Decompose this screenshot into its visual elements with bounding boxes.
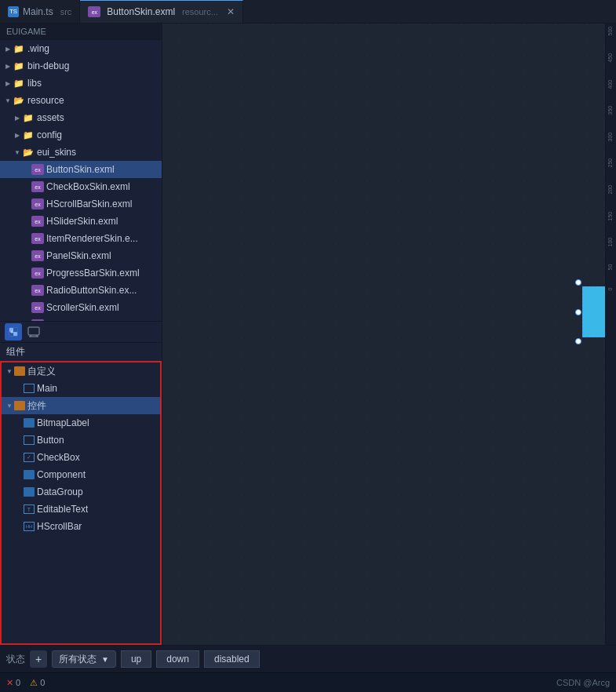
exml-icon-CheckBoxSkin: ex xyxy=(31,181,44,192)
comp-item-custom[interactable]: 自定义 xyxy=(2,362,160,380)
arrow-eui_skins xyxy=(13,148,22,157)
arrow-libs xyxy=(3,78,13,88)
comp-icon-Component xyxy=(24,470,35,479)
tab-label: ButtonSkin.exml xyxy=(107,6,175,17)
tab-sublabel: resourc... xyxy=(182,7,218,16)
tree-item-PanelSkin[interactable]: ex PanelSkin.exml xyxy=(0,247,162,264)
export-component-button[interactable] xyxy=(25,323,42,341)
status-tab-up[interactable]: up xyxy=(121,650,151,668)
add-component-button[interactable]: + xyxy=(5,323,22,341)
label-eui_skins: eui_skins xyxy=(37,147,76,158)
canvas-area[interactable]: 0 50 100 150 200 250 300 350 400 450 500 xyxy=(162,24,616,645)
comp-item-Button[interactable]: Button xyxy=(2,432,160,449)
comp-item-DataGroup[interactable]: DataGroup xyxy=(2,483,160,501)
arrow-bin-debug xyxy=(3,61,13,71)
arrow-config xyxy=(13,130,22,140)
arrow-assets xyxy=(13,113,22,122)
comp-icon-Button xyxy=(24,435,35,445)
exml-icon-RadioButtonSkin: ex xyxy=(31,285,44,296)
handle-tl[interactable] xyxy=(575,279,581,286)
tab-main-ts[interactable]: TS Main.ts src xyxy=(0,0,80,23)
label-RadioButtonSkin: RadioButtonSkin.ex... xyxy=(46,285,137,296)
label-ScrollerSkin: ScrollerSkin.exml xyxy=(46,302,119,313)
comp-item-CheckBox[interactable]: ✓ CheckBox xyxy=(2,449,160,466)
folder-icon-bin-debug xyxy=(13,60,25,71)
label-ProgressBarSkin: ProgressBarSkin.exml xyxy=(46,268,140,279)
exml-icon: ex xyxy=(88,6,100,17)
folder-icon-custom xyxy=(14,366,25,376)
component-toolbar: + xyxy=(0,321,162,343)
svg-rect-6 xyxy=(28,327,39,335)
label-CheckBoxSkin: CheckBoxSkin.exml xyxy=(46,181,130,192)
file-tabs: TS Main.ts src ex ButtonSkin.exml resour… xyxy=(0,0,616,24)
tree-item-bin-debug[interactable]: bin-debug xyxy=(0,57,162,75)
tree-item-resource[interactable]: resource xyxy=(0,92,162,109)
folder-icon-wing xyxy=(13,43,25,54)
svg-rect-11 xyxy=(162,24,616,645)
svg-text:+: + xyxy=(10,329,14,336)
tree-item-ButtonSkin[interactable]: ex ButtonSkin.exml xyxy=(0,161,162,178)
comp-icon-CheckBox: ✓ xyxy=(24,453,35,462)
tree-item-libs[interactable]: libs xyxy=(0,75,162,92)
label-ItemRendererSkin: ItemRendererSkin.e... xyxy=(46,233,138,244)
status-add-button[interactable]: + xyxy=(30,650,47,668)
tree-item-ItemRendererSkin[interactable]: ex ItemRendererSkin.e... xyxy=(0,230,162,247)
comp-item-Component[interactable]: Component xyxy=(2,466,160,483)
label-PanelSkin: PanelSkin.exml xyxy=(46,250,111,261)
exml-icon-ItemRendererSkin: ex xyxy=(31,233,44,244)
tree-item-ScrollerSkin[interactable]: ex ScrollerSkin.exml xyxy=(0,299,162,316)
tree-item-RadioButtonSkin[interactable]: ex RadioButtonSkin.ex... xyxy=(0,282,162,299)
status-label: 状态 xyxy=(6,653,25,666)
label-HScrollBarSkin: HScrollBarSkin.exml xyxy=(46,198,132,209)
folder-icon-eui_skins xyxy=(22,147,35,158)
file-tree[interactable]: .wing bin-debug libs resource xyxy=(0,40,162,321)
footer-warnings[interactable]: ⚠ 0 xyxy=(30,678,45,688)
comp-item-controls[interactable]: 控件 xyxy=(2,397,160,414)
tree-item-wing[interactable]: .wing xyxy=(0,40,162,57)
label-Button: Button xyxy=(37,435,64,446)
comp-item-BitmapLabel[interactable]: BitmapLabel xyxy=(2,414,160,432)
status-tab-down[interactable]: down xyxy=(156,650,199,668)
handle-ml[interactable] xyxy=(575,309,581,315)
tree-item-assets[interactable]: assets xyxy=(0,109,162,126)
tree-item-config[interactable]: config xyxy=(0,126,162,144)
footer-branding: CSDN @Arcg xyxy=(556,678,610,687)
error-icon: ✕ xyxy=(6,678,13,688)
label-libs: libs xyxy=(27,78,42,89)
status-all-states-dropdown[interactable]: 所有状态 ▼ xyxy=(52,650,116,668)
component-tree[interactable]: 自定义 Main 控件 BitmapLabel xyxy=(0,361,162,645)
folder-icon-assets xyxy=(22,112,35,123)
chevron-down-icon: ▼ xyxy=(101,655,109,664)
exml-icon-HSliderSkin: ex xyxy=(31,216,44,227)
svg-rect-2 xyxy=(13,332,17,336)
exml-icon-ButtonSkin: ex xyxy=(31,164,44,175)
label-CheckBox: CheckBox xyxy=(37,452,80,463)
label-custom: 自定义 xyxy=(27,365,56,378)
status-tab-disabled[interactable]: disabled xyxy=(204,650,260,668)
label-controls: 控件 xyxy=(27,399,46,413)
canvas-grid xyxy=(162,24,616,645)
comp-item-main[interactable]: Main xyxy=(2,380,160,397)
sidebar-section-title: EUIGAME xyxy=(0,24,162,40)
tree-item-ProgressBarSkin[interactable]: ex ProgressBarSkin.exml xyxy=(0,264,162,282)
comp-item-EditableText[interactable]: T EditableText xyxy=(2,501,160,518)
folder-icon-libs xyxy=(13,78,25,89)
tree-item-eui_skins[interactable]: eui_skins xyxy=(0,144,162,161)
label-resource: resource xyxy=(27,95,64,106)
handle-bl[interactable] xyxy=(575,338,581,344)
label-HSliderSkin: HSliderSkin.exml xyxy=(46,216,118,227)
label-assets: assets xyxy=(37,112,64,123)
label-bin-debug: bin-debug xyxy=(27,60,69,71)
tab-sublabel: src xyxy=(60,7,72,16)
label-BitmapLabel: BitmapLabel xyxy=(37,417,89,428)
comp-item-HScrollBar[interactable]: HH HScrollBar xyxy=(2,518,160,535)
tree-item-CheckBoxSkin[interactable]: ex CheckBoxSkin.exml xyxy=(0,178,162,195)
tab-close-icon[interactable]: ✕ xyxy=(227,6,235,17)
tree-item-HScrollBarSkin[interactable]: ex HScrollBarSkin.exml xyxy=(0,195,162,213)
footer-errors[interactable]: ✕ 0 xyxy=(6,678,20,688)
exml-icon-HScrollBarSkin: ex xyxy=(31,198,44,209)
tab-label: Main.ts xyxy=(23,6,53,17)
tree-item-HSliderSkin[interactable]: ex HSliderSkin.exml xyxy=(0,213,162,230)
ruler-right: 0 50 100 150 200 250 300 350 400 450 500 xyxy=(605,24,616,645)
tab-button-skin[interactable]: ex ButtonSkin.exml resourc... ✕ xyxy=(80,0,243,23)
